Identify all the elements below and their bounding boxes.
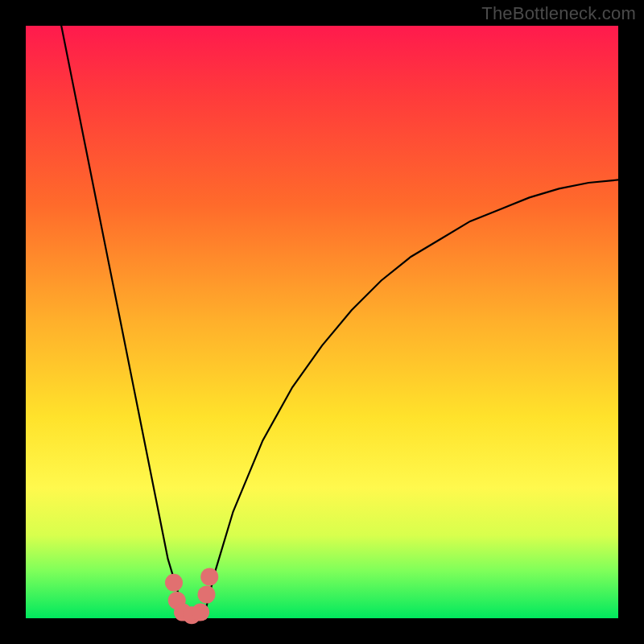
chart-svg — [26, 26, 618, 618]
marker-dot — [165, 574, 183, 592]
marker-dot — [200, 568, 218, 586]
watermark-text: TheBottleneck.com — [481, 3, 636, 24]
marker-dot — [198, 586, 216, 604]
curve-right-branch — [204, 180, 618, 618]
marker-dot — [192, 604, 209, 621]
curve-left-branch — [61, 26, 186, 618]
marker-cluster — [165, 568, 218, 625]
chart-plot-area — [26, 26, 618, 618]
chart-frame: TheBottleneck.com — [0, 0, 644, 644]
